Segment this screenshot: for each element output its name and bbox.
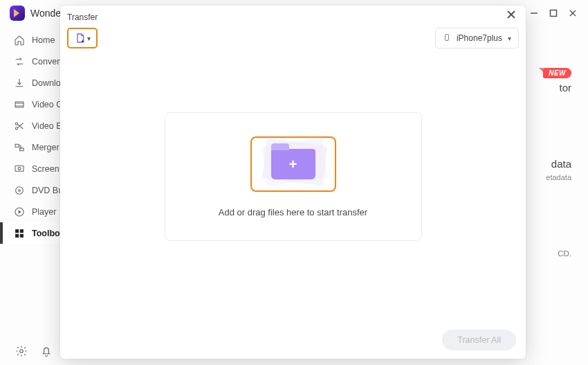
add-folder-icon[interactable]: + (250, 136, 336, 192)
new-badge: NEW (543, 68, 571, 78)
svg-rect-1 (551, 10, 557, 17)
add-file-button[interactable]: + ▾ (67, 28, 98, 48)
svg-text:+: + (81, 38, 84, 44)
sidebar-item-label: Merger (32, 143, 59, 152)
svg-point-18 (20, 350, 24, 353)
svg-rect-7 (15, 144, 19, 147)
settings-icon[interactable] (15, 345, 28, 357)
svg-point-12 (19, 189, 21, 191)
app-logo-icon (10, 6, 25, 21)
transfer-all-label: Transfer All (457, 335, 501, 345)
app-window: Wondershare Home Converter Downloader (0, 0, 588, 365)
convert-icon (14, 56, 25, 67)
transfer-all-button[interactable]: Transfer All (442, 330, 516, 350)
bg-fragment: etadata (546, 173, 571, 181)
svg-point-11 (16, 186, 24, 194)
plus-icon: + (289, 157, 297, 171)
bg-fragment: data (551, 158, 571, 170)
minimize-button[interactable] (524, 3, 544, 23)
dropzone[interactable]: + Add or drag files here to start transf… (165, 112, 422, 241)
svg-rect-9 (15, 166, 24, 171)
record-icon (14, 163, 25, 175)
svg-point-10 (18, 167, 21, 170)
scissors-icon (14, 121, 25, 132)
svg-rect-15 (20, 229, 23, 232)
device-name: iPhone7plus (457, 33, 502, 43)
grid-icon (14, 228, 25, 239)
add-file-icon: + (75, 33, 86, 44)
merge-icon (14, 142, 25, 153)
phone-icon (443, 33, 451, 44)
disc-icon (14, 185, 25, 196)
chevron-down-icon: ▾ (87, 35, 91, 42)
play-icon (14, 206, 25, 217)
download-icon (14, 78, 25, 89)
maximize-button[interactable] (544, 3, 563, 23)
svg-rect-4 (15, 102, 24, 107)
bell-icon[interactable] (40, 345, 53, 357)
device-select[interactable]: iPhone7plus ▾ (435, 28, 519, 48)
compress-icon (14, 99, 25, 110)
bg-fragment: CD. (558, 249, 571, 258)
bg-fragment: tor (559, 82, 571, 94)
svg-rect-17 (20, 234, 23, 237)
dropzone-text: Add or drag files here to start transfer (219, 207, 367, 217)
modal-title: Transfer (67, 12, 98, 22)
chevron-down-icon: ▾ (508, 35, 511, 42)
svg-rect-16 (16, 234, 19, 237)
sidebar-item-label: Home (32, 35, 55, 45)
close-app-button[interactable] (563, 3, 582, 23)
home-icon (14, 35, 25, 46)
close-modal-button[interactable] (504, 7, 519, 22)
transfer-modal: Transfer + ▾ iPhone7plus ▾ + (60, 6, 526, 359)
svg-rect-14 (16, 229, 19, 232)
sidebar-item-label: Player (32, 207, 56, 217)
